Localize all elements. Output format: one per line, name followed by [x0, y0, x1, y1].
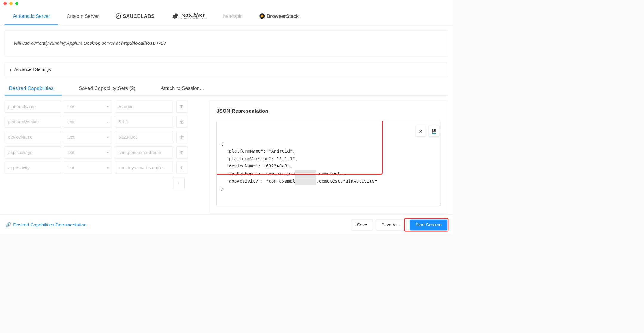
tab-headspin[interactable]: headspin — [215, 8, 251, 25]
capability-row: text▾🗑 — [4, 100, 203, 113]
json-line: "platformVersion": "5.1.1", — [221, 156, 298, 161]
tab-label: Desired Capabilities — [9, 85, 54, 91]
capability-row: text▾🗑 — [4, 146, 203, 158]
chevron-right-icon: ❯ — [9, 68, 12, 71]
json-title: JSON Representation — [216, 108, 441, 114]
tab-saved-capability-sets[interactable]: Saved Capability Sets (2) — [75, 81, 144, 95]
select-value: text — [67, 165, 75, 170]
chevron-down-icon: ▾ — [107, 151, 109, 154]
json-line: .demotest.MainActivity" — [316, 179, 377, 184]
doc-link-label: Desired Capabilities Documentation — [13, 222, 86, 228]
select-value: text — [67, 150, 75, 155]
json-line: } — [221, 186, 224, 191]
json-panel: JSON Representation ✕ 💾 { "platformName"… — [209, 100, 448, 214]
capability-type-select[interactable]: text▾ — [64, 100, 112, 113]
info-prefix: Will use currently-running Appium Deskto… — [14, 41, 121, 46]
capability-type-select[interactable]: text▾ — [64, 116, 112, 128]
saucelabs-logo: ✓ SAUCELABS — [116, 13, 155, 19]
trash-icon: 🗑 — [180, 135, 184, 139]
trash-icon: 🗑 — [180, 104, 184, 109]
chevron-down-icon: ▾ — [107, 136, 109, 139]
select-value: text — [67, 119, 75, 125]
window-maximize-button[interactable] — [15, 2, 18, 5]
capability-rows: text▾🗑text▾🗑text▾🗑text▾🗑text▾🗑＋ — [4, 100, 203, 214]
capability-row: text▾🗑 — [4, 116, 203, 128]
json-line: .demotest", — [316, 171, 346, 176]
json-line: "appActivity": "com.exampl — [221, 179, 295, 184]
capability-value-input[interactable] — [115, 162, 173, 174]
server-info-message: Will use currently-running Appium Deskto… — [4, 30, 448, 56]
saucelabs-text: SAUCELABS — [123, 13, 155, 19]
testobject-tagline: A PART OF SAUCE LABS — [181, 17, 206, 19]
saucelabs-icon: ✓ — [116, 13, 121, 19]
delete-capability-button[interactable]: 🗑 — [176, 162, 188, 174]
capability-name-input[interactable] — [4, 146, 61, 158]
delete-capability-button[interactable]: 🗑 — [176, 100, 188, 113]
redacted-text: xxxxxxxx — [295, 178, 316, 185]
tab-custom-server[interactable]: Custom Server — [58, 8, 107, 25]
link-icon: 🔗 — [5, 222, 11, 228]
capability-type-select[interactable]: text▾ — [64, 131, 112, 143]
tab-browserstack[interactable]: BrowserStack — [251, 8, 307, 25]
capability-value-input[interactable] — [115, 146, 173, 158]
select-value: text — [67, 135, 75, 140]
capability-type-select[interactable]: text▾ — [64, 146, 112, 158]
gear-icon — [171, 13, 179, 20]
json-line: { — [221, 141, 224, 146]
capability-name-input[interactable] — [4, 162, 61, 174]
advanced-settings-toggle[interactable]: ❯ Advanced Settings — [4, 62, 448, 77]
window-titlebar — [0, 0, 453, 7]
delete-capability-button[interactable]: 🗑 — [176, 131, 188, 143]
tab-saucelabs[interactable]: ✓ SAUCELABS — [107, 8, 163, 25]
json-line: "deviceName": "632340c3", — [221, 164, 292, 169]
add-capability-button[interactable]: ＋ — [173, 177, 184, 189]
info-port: 4723 — [156, 41, 166, 46]
browserstack-logo: BrowserStack — [259, 13, 299, 19]
capability-name-input[interactable] — [4, 131, 61, 143]
window-close-button[interactable] — [3, 2, 7, 5]
capability-tabs: Desired Capabilities Saved Capability Se… — [4, 81, 448, 95]
save-as-button[interactable]: Save As... — [376, 220, 407, 231]
tab-label: Attach to Session... — [161, 85, 204, 91]
tab-label: Automatic Server — [13, 13, 50, 19]
tab-label: Saved Capability Sets (2) — [79, 85, 135, 91]
chevron-down-icon: ▾ — [107, 166, 109, 169]
doc-link[interactable]: 🔗 Desired Capabilities Documentation — [5, 222, 86, 228]
capability-value-input[interactable] — [115, 131, 173, 143]
tab-attach-to-session[interactable]: Attach to Session... — [157, 81, 213, 95]
json-line: "platformName": "Android", — [221, 149, 295, 154]
capability-row: text▾🗑 — [4, 162, 203, 174]
redacted-text: xxxxxxxx — [295, 170, 316, 178]
browserstack-text: BrowserStack — [267, 13, 299, 19]
window-minimize-button[interactable] — [9, 2, 13, 5]
trash-icon: 🗑 — [180, 165, 184, 170]
capability-row: text▾🗑 — [4, 131, 203, 143]
capability-value-input[interactable] — [115, 100, 173, 113]
select-value: text — [67, 104, 75, 109]
chevron-down-icon: ▾ — [107, 105, 109, 108]
capability-type-select[interactable]: text▾ — [64, 162, 112, 174]
headspin-logo: headspin — [223, 13, 243, 19]
capability-name-input[interactable] — [4, 116, 61, 128]
json-textarea[interactable]: { "platformName": "Android", "platformVe… — [216, 121, 441, 206]
save-button[interactable]: Save — [352, 220, 373, 231]
trash-icon: 🗑 — [180, 150, 184, 155]
server-type-tabs: Automatic Server Custom Server ✓ SAUCELA… — [0, 7, 453, 26]
capability-value-input[interactable] — [115, 116, 173, 128]
start-session-button[interactable]: Start Session — [410, 220, 447, 231]
info-host: http://localhost: — [121, 41, 156, 46]
tab-label: Custom Server — [67, 13, 99, 19]
advanced-settings-label: Advanced Settings — [14, 67, 51, 72]
testobject-logo: TestObject A PART OF SAUCE LABS — [171, 13, 206, 20]
delete-capability-button[interactable]: 🗑 — [176, 146, 188, 158]
delete-capability-button[interactable]: 🗑 — [176, 116, 188, 128]
capability-name-input[interactable] — [4, 100, 61, 113]
trash-icon: 🗑 — [180, 119, 184, 124]
tab-automatic-server[interactable]: Automatic Server — [4, 8, 58, 25]
tab-testobject[interactable]: TestObject A PART OF SAUCE LABS — [163, 7, 215, 26]
browserstack-icon — [259, 13, 265, 19]
testobject-name: TestObject — [181, 13, 206, 17]
plus-icon: ＋ — [177, 180, 181, 186]
tab-desired-capabilities[interactable]: Desired Capabilities — [4, 81, 62, 95]
footer-bar: 🔗 Desired Capabilities Documentation Sav… — [0, 215, 453, 234]
